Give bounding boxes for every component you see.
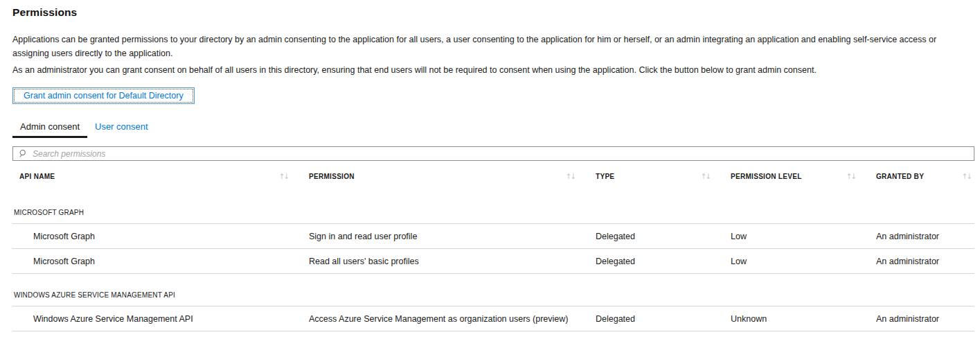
cell-type: Delegated (596, 232, 731, 241)
search-icon (19, 149, 28, 158)
cell-permission-level: Low (731, 232, 876, 241)
cell-type: Delegated (596, 314, 731, 324)
cell-permission: Sign in and read user profile (309, 232, 596, 241)
cell-permission-level: Unknown (731, 314, 876, 324)
cell-api-name: Windows Azure Service Management API (12, 314, 309, 324)
column-header-label: TYPE (596, 173, 614, 180)
sort-icon: ↑↓ (961, 172, 971, 180)
column-header-label: PERMISSION LEVEL (731, 173, 802, 180)
group-header-label: WINDOWS AZURE SERVICE MANAGEMENT API (14, 291, 175, 299)
tab-user-consent[interactable]: User consent (87, 120, 156, 138)
column-header-label: GRANTED BY (876, 173, 924, 180)
permissions-table: API NAME ↑↓ PERMISSION ↑↓ TYPE ↑↓ PERMIS… (12, 161, 974, 331)
group-header-windows-azure-service-management-api: WINDOWS AZURE SERVICE MANAGEMENT API (12, 274, 974, 306)
sort-icon: ↑↓ (846, 172, 855, 180)
page-title: Permissions (12, 6, 974, 19)
column-header-granted-by[interactable]: GRANTED BY ↑↓ (876, 172, 974, 180)
cell-granted-by: An administrator (876, 257, 974, 266)
column-header-api-name[interactable]: API NAME ↑↓ (12, 172, 309, 180)
sort-icon: ↑↓ (565, 172, 575, 180)
sort-icon: ↑↓ (700, 172, 710, 180)
tab-admin-consent[interactable]: Admin consent (12, 120, 87, 138)
search-permissions-box[interactable] (12, 146, 974, 161)
group-header-microsoft-graph: MICROSOFT GRAPH (12, 191, 974, 224)
cell-permission: Read all users' basic profiles (309, 257, 596, 266)
group-header-label: MICROSOFT GRAPH (14, 209, 84, 216)
column-header-permission[interactable]: PERMISSION ↑↓ (309, 172, 596, 180)
cell-permission-level: Low (731, 257, 876, 266)
column-header-permission-level[interactable]: PERMISSION LEVEL ↑↓ (731, 172, 876, 180)
cell-api-name: Microsoft Graph (12, 257, 309, 266)
table-row[interactable]: Windows Azure Service Management API Acc… (12, 306, 974, 331)
cell-api-name: Microsoft Graph (12, 232, 309, 241)
sort-icon: ↑↓ (278, 172, 288, 180)
grant-admin-consent-button[interactable]: Grant admin consent for Default Director… (12, 87, 195, 104)
table-row[interactable]: Microsoft Graph Sign in and read user pr… (12, 224, 974, 249)
column-header-type[interactable]: TYPE ↑↓ (596, 172, 731, 180)
table-header-row: API NAME ↑↓ PERMISSION ↑↓ TYPE ↑↓ PERMIS… (12, 161, 974, 191)
table-row[interactable]: Microsoft Graph Read all users' basic pr… (12, 249, 974, 274)
cell-granted-by: An administrator (876, 314, 974, 324)
description-paragraph-2: As an administrator you can grant consen… (12, 63, 971, 77)
permissions-pane: Permissions Applications can be granted … (0, 0, 980, 331)
cell-type: Delegated (596, 257, 731, 266)
column-header-label: PERMISSION (309, 173, 355, 180)
cell-permission: Access Azure Service Management as organ… (309, 314, 596, 324)
consent-tabs: Admin consent User consent (12, 120, 974, 138)
column-header-label: API NAME (19, 173, 55, 180)
search-input[interactable] (33, 148, 968, 159)
description-paragraph-1: Applications can be granted permissions … (12, 33, 971, 60)
cell-granted-by: An administrator (876, 232, 974, 241)
